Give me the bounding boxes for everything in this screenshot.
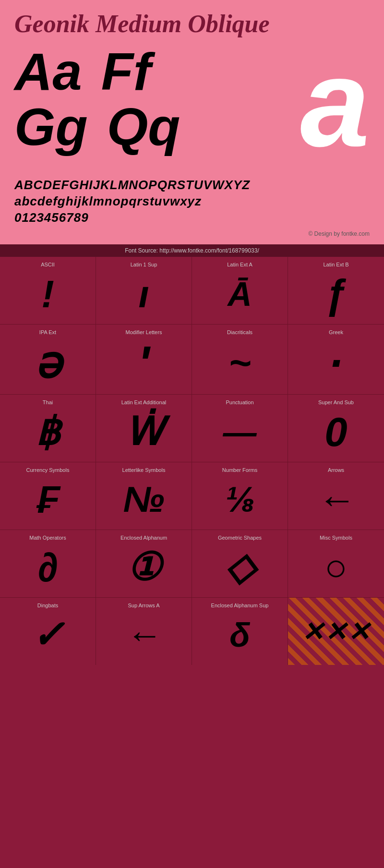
label-currency: Currency Symbols — [5, 467, 91, 473]
cell-thai: Thai ฿ — [0, 395, 96, 462]
large-letter-a: a — [300, 40, 370, 165]
cell-latinexta: Latin Ext A Ā — [192, 257, 288, 324]
glyph-dingbats: ✓ — [32, 612, 64, 658]
grid-row-4: Currency Symbols ₣ Letterlike Symbols № … — [0, 462, 384, 530]
cell-latinextadd: Latin Ext Additional Ẇ — [96, 395, 192, 462]
glyph-latinexta: Ā — [228, 271, 252, 317]
alphabet-section: ABCDEFGHIJKLMNOPQRSTUVWXYZ abcdefghijklm… — [14, 170, 370, 228]
letter-pair-aa: Aa — [14, 45, 82, 98]
glyph-currency: ₣ — [37, 477, 59, 522]
label-latinextb: Latin Ext B — [293, 262, 379, 267]
glyph-greek: · — [330, 339, 342, 387]
glyph-enclosed: ① — [127, 544, 161, 590]
glyph-diacriticals: ~ — [228, 339, 251, 387]
grid-row-6: Dingbats ✓ Sup Arrows A ← Enclosed Alpha… — [0, 598, 384, 665]
label-latin1sup: Latin 1 Sup — [101, 262, 187, 267]
glyph-latinextadd: Ẇ — [125, 409, 163, 455]
cell-mathops: Math Operators ∂ — [0, 530, 96, 597]
cell-punctuation: Punctuation — — [192, 395, 288, 462]
cell-arrows: Arrows ← — [288, 462, 384, 530]
cell-letterlike: Letterlike Symbols № — [96, 462, 192, 530]
grid-row-5: Math Operators ∂ Enclosed Alphanum ① Geo… — [0, 530, 384, 598]
top-section: Geonik Medium Oblique Aa Ff Gg Qq a ABCD… — [0, 0, 384, 244]
glyph-superandsub: 0 — [324, 409, 347, 455]
cell-ipaext: IPA Ext ə — [0, 325, 96, 394]
cell-ascii: ASCII ! — [0, 257, 96, 324]
label-dingbats: Dingbats — [5, 603, 91, 608]
cell-greek: Greek · — [288, 325, 384, 394]
glyph-arrows: ← — [317, 477, 355, 522]
alphabet-lower: abcdefghijklmnopqrstuvwxyz — [14, 193, 370, 210]
letter-pair-ff: Ff — [101, 45, 151, 98]
cell-diacriticals: Diacriticals ~ — [192, 325, 288, 394]
label-ipaext: IPA Ext — [5, 329, 91, 335]
label-greek: Greek — [293, 329, 379, 335]
glyph-ipaext: ə — [35, 339, 61, 387]
letter-pair-qq: Qq — [107, 100, 180, 153]
label-miscsymbols: Misc Symbols — [293, 535, 379, 541]
glyph-highlighted: ✕✕✕ — [301, 606, 371, 658]
cell-enclosedalphasup: Enclosed Alphanum Sup δ — [192, 598, 288, 665]
label-mathops: Math Operators — [5, 535, 91, 541]
grid-row-1: ASCII ! Latin 1 Sup ı Latin Ext A Ā Lati… — [0, 257, 384, 325]
alphabet-upper: ABCDEFGHIJKLMNOPQRSTUVWXYZ — [14, 177, 370, 193]
label-enclosed: Enclosed Alphanum — [101, 535, 187, 541]
letter-pair-gg: Gg — [14, 100, 88, 153]
label-punctuation: Punctuation — [197, 399, 283, 405]
glyph-ascii: ! — [41, 271, 54, 317]
glyph-letterlike: № — [123, 477, 165, 522]
label-thai: Thai — [5, 399, 91, 405]
letter-showcase: Aa Ff Gg Qq a — [14, 45, 370, 170]
label-numberforms: Number Forms — [197, 467, 283, 473]
digits: 0123456789 — [14, 210, 370, 226]
glyph-numberforms: ⅛ — [225, 477, 255, 522]
label-modletters: Modifier Letters — [101, 329, 187, 335]
grid-row-3: Thai ฿ Latin Ext Additional Ẇ Punctuatio… — [0, 395, 384, 462]
grid-row-2: IPA Ext ə Modifier Letters ' Diacritical… — [0, 325, 384, 395]
label-letterlike: Letterlike Symbols — [101, 467, 187, 473]
source-bar: Font Source: http://www.fontke.com/font/… — [0, 244, 384, 257]
cell-highlighted: ✕✕✕ — [288, 598, 384, 665]
cell-geoshapes: Geometric Shapes ◇ — [192, 530, 288, 597]
label-enclosedalphasup: Enclosed Alphanum Sup — [197, 603, 283, 608]
grid-section: ASCII ! Latin 1 Sup ı Latin Ext A Ā Lati… — [0, 257, 384, 665]
glyph-geoshapes: ◇ — [225, 544, 255, 590]
cell-latinextb: Latin Ext B ƒ — [288, 257, 384, 324]
glyph-thai: ฿ — [36, 409, 60, 455]
label-arrows: Arrows — [293, 467, 379, 473]
label-geoshapes: Geometric Shapes — [197, 535, 283, 541]
glyph-mathops: ∂ — [37, 544, 58, 590]
cell-modletters: Modifier Letters ' — [96, 325, 192, 394]
cell-latin1sup: Latin 1 Sup ı — [96, 257, 192, 324]
glyph-latinextb: ƒ — [324, 271, 347, 317]
cell-superandsub: Super And Sub 0 — [288, 395, 384, 462]
glyph-enclosedalphasup: δ — [229, 612, 250, 658]
cell-miscsymbols: Misc Symbols ○ — [288, 530, 384, 597]
glyph-miscsymbols: ○ — [324, 544, 348, 590]
label-latinextadd: Latin Ext Additional — [101, 399, 187, 405]
label-ascii: ASCII — [5, 262, 91, 267]
cell-numberforms: Number Forms ⅛ — [192, 462, 288, 530]
label-superandsub: Super And Sub — [293, 399, 379, 405]
label-latinexta: Latin Ext A — [197, 262, 283, 267]
label-diacriticals: Diacriticals — [197, 329, 283, 335]
glyph-latin1sup: ı — [138, 271, 149, 317]
cell-currency: Currency Symbols ₣ — [0, 462, 96, 530]
cell-suparrows: Sup Arrows A ← — [96, 598, 192, 665]
glyph-modletters: ' — [138, 339, 150, 387]
label-suparrows: Sup Arrows A — [101, 603, 187, 608]
glyph-suparrows: ← — [126, 612, 162, 658]
glyph-punctuation: — — [223, 409, 257, 455]
cell-dingbats: Dingbats ✓ — [0, 598, 96, 665]
credit-line: © Design by fontke.com — [14, 228, 370, 240]
cell-enclosed: Enclosed Alphanum ① — [96, 530, 192, 597]
